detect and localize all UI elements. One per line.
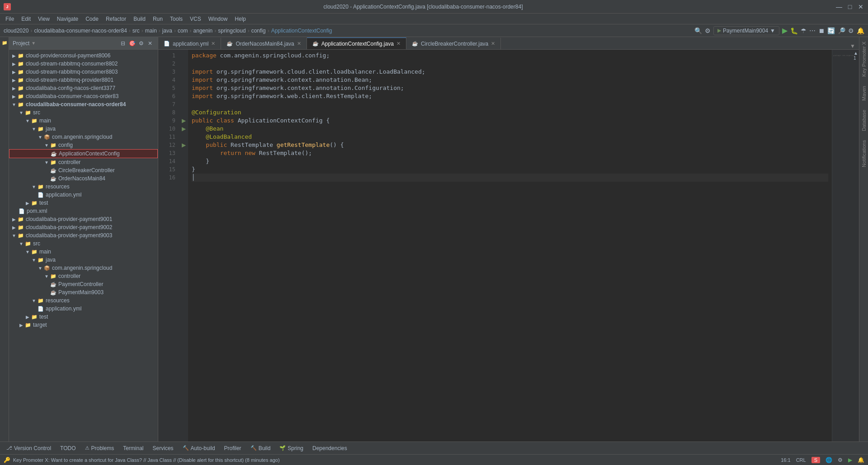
search-everywhere-button[interactable]: 🔎: [838, 27, 845, 34]
tree-item-appyml2[interactable]: 📄 application.yml: [9, 305, 158, 313]
tree-item-com-angenin2[interactable]: ▼ 📦 com.angenin.springcloud: [9, 264, 158, 272]
menu-window[interactable]: Window: [205, 15, 231, 23]
tree-item-test[interactable]: ▶ 📁 test: [9, 199, 158, 207]
menu-refactor[interactable]: Refactor: [102, 15, 130, 23]
bottom-tab-version-control[interactable]: ⎇ Version Control: [2, 444, 56, 452]
tree-item-com-angenin[interactable]: ▼ 📦 com.angenin.springcloud: [9, 133, 158, 141]
bottom-tab-todo[interactable]: TODO: [56, 444, 80, 452]
tree-item-ordernacosmain84[interactable]: ☕ OrderNacosMain84: [9, 174, 158, 183]
locate-file-button[interactable]: 🎯: [128, 39, 136, 47]
tree-item-src2[interactable]: ▼ 📁 src: [9, 240, 158, 248]
code-editor[interactable]: 12345 678910 1112131415 16 ▶ ▶ ▶: [158, 50, 859, 442]
tree-item-circlebreaker[interactable]: ☕ CircleBreakerController: [9, 166, 158, 174]
tab-application-yml[interactable]: 📄 application.yml ✕: [158, 38, 221, 49]
tab-circlebreaker[interactable]: ☕ CircleBreakerController.java ✕: [406, 38, 501, 49]
tree-item-target[interactable]: ▶ 📁 target: [9, 321, 158, 329]
close-tab-circlebreaker[interactable]: ✕: [491, 41, 495, 47]
menu-navigate[interactable]: Navigate: [53, 15, 82, 23]
close-panel-button[interactable]: ✕: [146, 39, 154, 47]
tree-item-rabbitmq-consumer8803[interactable]: ▶ 📁 cloud-stream-rabbitmq-consumer8803: [9, 68, 158, 76]
menu-view[interactable]: View: [34, 15, 53, 23]
key-promoter-tab[interactable]: Key Promoter X: [859, 37, 868, 81]
tree-item-resources2[interactable]: ▼ 📁 resources: [9, 296, 158, 305]
tab-appcontextconfig[interactable]: ☕ ApplicationContextConfig.java ✕: [307, 38, 406, 49]
run-config-selector[interactable]: ▶ PaymentMain9004 ▼: [713, 26, 779, 35]
close-button[interactable]: ✕: [857, 3, 864, 10]
project-dropdown[interactable]: ▼: [31, 41, 36, 46]
settings-button[interactable]: ⚙: [137, 39, 145, 47]
settings-status-icon[interactable]: ⚙: [838, 457, 843, 463]
bottom-tab-services[interactable]: Services: [148, 444, 178, 452]
encoding[interactable]: CRL: [796, 457, 806, 463]
breadcrumb-project[interactable]: cloud2020: [4, 28, 28, 34]
tree-item-pom[interactable]: 📄 pom.xml: [9, 207, 158, 215]
breadcrumb-config[interactable]: config: [251, 28, 266, 34]
maximize-button[interactable]: □: [846, 3, 854, 10]
close-tab-appconfig[interactable]: ✕: [396, 41, 401, 47]
tree-item-rabbitmq-provider8801[interactable]: ▶ 📁 cloud-stream-rabbitmq-provider8801: [9, 76, 158, 84]
tree-item-config-folder[interactable]: ▼ 📁 config: [9, 141, 158, 149]
notification-status-icon[interactable]: 🔔: [858, 457, 864, 463]
breadcrumb-classname[interactable]: ApplicationContextConfig: [271, 28, 332, 34]
settings-icon[interactable]: ⚙: [705, 27, 711, 34]
menu-help[interactable]: Help: [231, 15, 250, 23]
profile-icon[interactable]: 🔍: [694, 27, 702, 34]
breadcrumb-springcloud[interactable]: springcloud: [218, 28, 245, 34]
run-button[interactable]: ▶: [782, 26, 788, 35]
menu-file[interactable]: File: [2, 15, 18, 23]
tree-item-appyml[interactable]: 📄 application.yml: [9, 191, 158, 199]
input-method-icon[interactable]: 🌐: [826, 457, 832, 463]
close-tab-ordermain[interactable]: ✕: [297, 41, 301, 47]
tree-item-main2[interactable]: ▼ 📁 main: [9, 248, 158, 256]
key-promoter-icon[interactable]: 🔑: [4, 457, 10, 463]
tree-item-test2[interactable]: ▶ 📁 test: [9, 313, 158, 321]
menu-code[interactable]: Code: [82, 15, 102, 23]
tree-item-src[interactable]: ▼ 📁 src: [9, 108, 158, 117]
debug-button[interactable]: 🐛: [790, 27, 798, 34]
tree-item-payment9001[interactable]: ▶ 📁 cloudalibaba-provider-payment9001: [9, 215, 158, 223]
tree-item-cloud-providerconsul[interactable]: ▶ 📁 cloud-providerconsul-payment8006: [9, 52, 158, 60]
menu-run[interactable]: Run: [149, 15, 166, 23]
menu-build[interactable]: Build: [130, 15, 149, 23]
bottom-tab-spring[interactable]: 🌱 Spring: [275, 444, 308, 452]
tree-item-resources[interactable]: ▼ 📁 resources: [9, 183, 158, 191]
tree-item-payment9002[interactable]: ▶ 📁 cloudalibaba-provider-payment9002: [9, 223, 158, 231]
tree-item-java[interactable]: ▼ 📁 java: [9, 125, 158, 133]
tree-item-controller-folder[interactable]: ▼ 📁 controller: [9, 158, 158, 166]
minimize-button[interactable]: —: [835, 3, 843, 10]
project-panel-toggle[interactable]: 📁: [1, 39, 8, 46]
collapse-all-button[interactable]: ⊟: [119, 39, 127, 47]
bottom-tab-build[interactable]: 🔨 Build: [246, 444, 275, 452]
cursor-position[interactable]: 16:1: [781, 457, 790, 463]
refresh-button[interactable]: 🔄: [827, 27, 835, 34]
skk-indicator[interactable]: S: [811, 457, 820, 463]
notification-icon[interactable]: 🔔: [857, 27, 864, 34]
more-button[interactable]: ⋯: [809, 27, 816, 34]
tree-item-consumer-order83[interactable]: ▶ 📁 cloudalibaba-consumer-nacos-order83: [9, 92, 158, 100]
bottom-tab-problems[interactable]: ⚠ Problems: [80, 444, 119, 452]
maven-tab[interactable]: Maven: [859, 81, 868, 105]
bottom-tab-terminal[interactable]: Terminal: [118, 444, 148, 452]
breadcrumb-java[interactable]: java: [162, 28, 172, 34]
breadcrumb-src[interactable]: src: [132, 28, 140, 34]
tab-ordernacosmain84[interactable]: ☕ OrderNacosMain84.java ✕: [221, 38, 307, 49]
notifications-tab[interactable]: Notifications: [859, 136, 868, 172]
menu-vcs[interactable]: VCS: [186, 15, 205, 23]
tree-item-payment9003[interactable]: ▼ 📁 cloudalibaba-provider-payment9003: [9, 231, 158, 240]
tree-item-appcontextconfig[interactable]: ☕ ApplicationContextConfig: [9, 149, 158, 158]
breadcrumb-module[interactable]: cloudalibaba-consumer-nacos-order84: [34, 28, 127, 34]
run-status-icon[interactable]: ▶: [848, 457, 852, 463]
breadcrumb-main[interactable]: main: [145, 28, 157, 34]
gear-icon[interactable]: ⚙: [848, 27, 854, 34]
close-tab-appyml[interactable]: ✕: [211, 41, 215, 47]
bottom-tab-profiler[interactable]: Profiler: [220, 444, 246, 452]
bottom-tab-auto-build[interactable]: 🔨 Auto-build: [178, 444, 220, 452]
stop-button[interactable]: ⏹: [818, 27, 825, 34]
code-content[interactable]: package com.angenin.springcloud.config; …: [188, 50, 832, 442]
tree-item-paymentcontroller[interactable]: ☕ PaymentController: [9, 280, 158, 288]
coverage-button[interactable]: ☂: [801, 27, 807, 34]
tree-item-paymentmain9003[interactable]: ☕ PaymentMain9003: [9, 288, 158, 296]
tree-item-main[interactable]: ▼ 📁 main: [9, 117, 158, 125]
tree-item-consumer-order84[interactable]: ▼ 📁 cloudalibaba-consumer-nacos-order84: [9, 100, 158, 108]
tree-item-java2[interactable]: ▼ 📁 java: [9, 256, 158, 264]
